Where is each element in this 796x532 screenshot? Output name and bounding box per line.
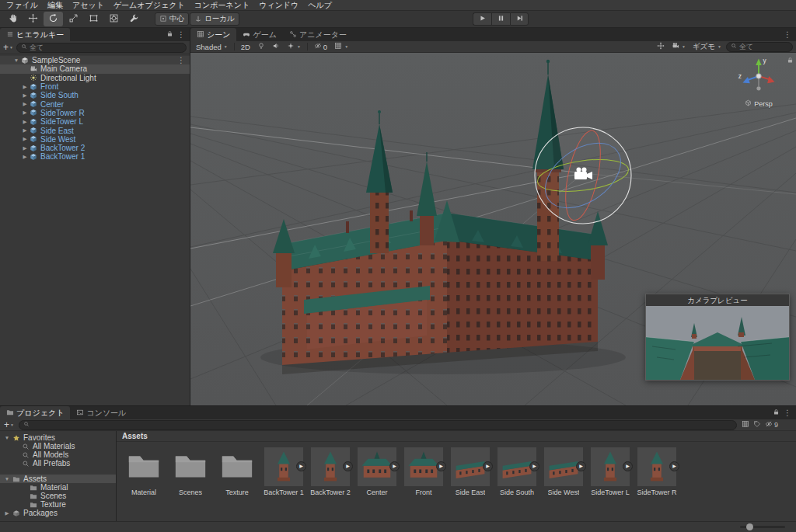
expander-icon[interactable]: ▶ — [3, 510, 11, 516]
asset-item-backtower-1[interactable]: ▶BackTower 1 — [260, 447, 307, 496]
pivot-toggle-button[interactable]: 中心 — [155, 12, 189, 26]
create-object-button[interactable]: +▼ — [3, 42, 13, 53]
hierarchy-item-sidetower-r[interactable]: ▶SideTower R — [0, 109, 190, 117]
menu-item--[interactable]: アセット — [68, 0, 109, 11]
prefab-expand-arrow[interactable]: ▶ — [529, 461, 539, 471]
expander-icon[interactable]: ▶ — [21, 119, 29, 125]
expander-icon[interactable]: ▼ — [12, 57, 20, 63]
space-toggle-button[interactable]: ローカル — [190, 12, 239, 26]
tab-hierarchy[interactable]: ヒエラルキー — [0, 28, 70, 41]
expander-icon[interactable]: ▼ — [3, 435, 11, 440]
asset-item-sidetower-r[interactable]: ▶SideTower R — [634, 447, 680, 496]
expander-icon[interactable]: ▶ — [21, 92, 29, 99]
menu-item--[interactable]: 編集 — [43, 0, 68, 11]
prefab-expand-arrow[interactable]: ▶ — [483, 461, 493, 471]
prefab-expand-arrow[interactable]: ▶ — [669, 461, 679, 471]
transform-gizmo-settings-button[interactable] — [655, 42, 667, 52]
lock-icon[interactable] — [166, 30, 173, 39]
prefab-expand-arrow[interactable]: ▶ — [623, 461, 633, 471]
project-tree-texture[interactable]: Texture — [0, 500, 116, 509]
project-search-input[interactable] — [19, 420, 737, 430]
project-tree-favorites[interactable]: ▼Favorites — [0, 433, 116, 442]
project-tree-all-models[interactable]: All Models — [0, 450, 116, 459]
asset-item-texture[interactable]: Texture — [214, 447, 260, 496]
expander-icon[interactable]: ▶ — [21, 154, 29, 160]
tab--[interactable]: プロジェクト — [0, 406, 70, 419]
rotate-tool[interactable] — [44, 12, 63, 26]
prefab-expand-arrow[interactable]: ▶ — [343, 461, 353, 471]
expander-icon[interactable]: ▶ — [21, 101, 29, 107]
scene-visibility-button[interactable]: 0 — [312, 42, 330, 52]
project-tree-assets[interactable]: ▼Assets — [0, 475, 116, 483]
hierarchy-item-side-west[interactable]: ▶Side West — [0, 135, 190, 144]
tab--[interactable]: シーン — [190, 28, 236, 41]
scene-menu-icon[interactable]: ⋮ — [177, 57, 190, 64]
rotation-gizmo[interactable] — [533, 127, 632, 224]
scene-audio-button[interactable] — [270, 42, 282, 52]
hierarchy-item-directional-light[interactable]: Directional Light — [0, 74, 190, 82]
expander-icon[interactable]: ▶ — [21, 127, 29, 134]
project-tree-scenes[interactable]: Scenes — [0, 492, 116, 500]
step-button[interactable] — [510, 12, 529, 26]
gizmo-lock-icon[interactable] — [787, 57, 794, 65]
menu-item--[interactable]: ヘルプ — [303, 0, 337, 11]
scene-effects-dropdown[interactable]: ▼ — [285, 42, 303, 52]
grid-visibility-dropdown[interactable]: ▼ — [332, 42, 351, 52]
custom-tool[interactable] — [124, 12, 144, 26]
hierarchy-item-front[interactable]: ▶Front — [0, 82, 190, 91]
menu-item--[interactable]: ファイル — [2, 0, 43, 11]
play-button[interactable] — [473, 12, 491, 26]
asset-item-center[interactable]: ▶Center — [354, 447, 400, 496]
transform-tool[interactable] — [104, 12, 124, 26]
scene-search-input[interactable]: 全て — [726, 42, 793, 52]
hierarchy-item-main-camera[interactable]: Main Camera — [0, 64, 190, 73]
projection-toggle[interactable]: Persp — [731, 99, 787, 108]
asset-item-side-east[interactable]: ▶Side East — [447, 447, 494, 496]
hierarchy-item-backtower-1[interactable]: ▶BackTower 1 — [0, 152, 190, 161]
panel-menu-icon[interactable]: ⋮ — [177, 31, 185, 39]
scene-viewport[interactable]: y z Persp カメラプレビュー — [190, 53, 796, 405]
hierarchy-search-input[interactable]: 全て — [16, 43, 187, 53]
hierarchy-item-side-south[interactable]: ▶Side South — [0, 91, 190, 99]
scene-camera-dropdown[interactable]: ▼ — [669, 42, 688, 52]
create-asset-button[interactable]: +▼ — [4, 419, 14, 430]
asset-item-side-west[interactable]: ▶Side West — [540, 447, 587, 496]
tab--[interactable]: コンソール — [70, 406, 132, 419]
prefab-expand-arrow[interactable]: ▶ — [436, 461, 446, 471]
menu-item--[interactable]: コンポーネント — [190, 0, 254, 11]
project-tree-all-materials[interactable]: All Materials — [0, 442, 116, 450]
asset-item-sidetower-l[interactable]: ▶SideTower L — [587, 447, 634, 496]
asset-item-front[interactable]: ▶Front — [400, 447, 447, 496]
panel-menu-icon[interactable]: ⋮ — [784, 409, 791, 417]
expander-icon[interactable]: ▶ — [21, 84, 29, 90]
expander-icon[interactable]: ▶ — [21, 136, 29, 142]
pause-button[interactable] — [491, 12, 510, 26]
menu-item--[interactable]: ゲームオブジェクト — [109, 0, 190, 11]
lock-icon[interactable] — [773, 409, 780, 417]
hierarchy-scene-row[interactable]: ▼SampleScene⋮ — [0, 56, 190, 64]
icon-size-slider-knob[interactable] — [746, 523, 753, 530]
rect-tool[interactable] — [84, 12, 103, 26]
expander-icon[interactable]: ▶ — [21, 145, 29, 151]
scene-lighting-button[interactable] — [255, 42, 267, 52]
expander-icon[interactable]: ▼ — [3, 476, 11, 482]
prefab-expand-arrow[interactable]: ▶ — [296, 461, 306, 471]
filter-by-label-icon[interactable] — [753, 420, 761, 429]
project-tree-material[interactable]: Material — [0, 483, 116, 492]
prefab-expand-arrow[interactable]: ▶ — [576, 461, 586, 471]
filter-by-type-icon[interactable] — [742, 420, 749, 429]
move-tool[interactable] — [23, 12, 43, 26]
tab--[interactable]: ゲーム — [236, 28, 282, 41]
hierarchy-item-backtower-2[interactable]: ▶BackTower 2 — [0, 144, 190, 152]
panel-menu-icon[interactable]: ⋮ — [784, 31, 791, 39]
asset-item-backtower-2[interactable]: ▶BackTower 2 — [307, 447, 354, 496]
asset-item-material[interactable]: Material — [120, 447, 167, 496]
asset-item-side-south[interactable]: ▶Side South — [494, 447, 540, 496]
gizmos-dropdown[interactable]: ギズモ▼ — [690, 42, 724, 52]
icon-size-slider[interactable] — [740, 526, 785, 528]
tab--[interactable]: アニメーター — [283, 28, 353, 41]
hidden-packages-toggle[interactable]: 9 — [765, 420, 778, 429]
orientation-gizmo[interactable]: y z Persp — [731, 54, 787, 108]
prefab-expand-arrow[interactable]: ▶ — [389, 461, 400, 471]
view-tool[interactable] — [3, 12, 23, 26]
